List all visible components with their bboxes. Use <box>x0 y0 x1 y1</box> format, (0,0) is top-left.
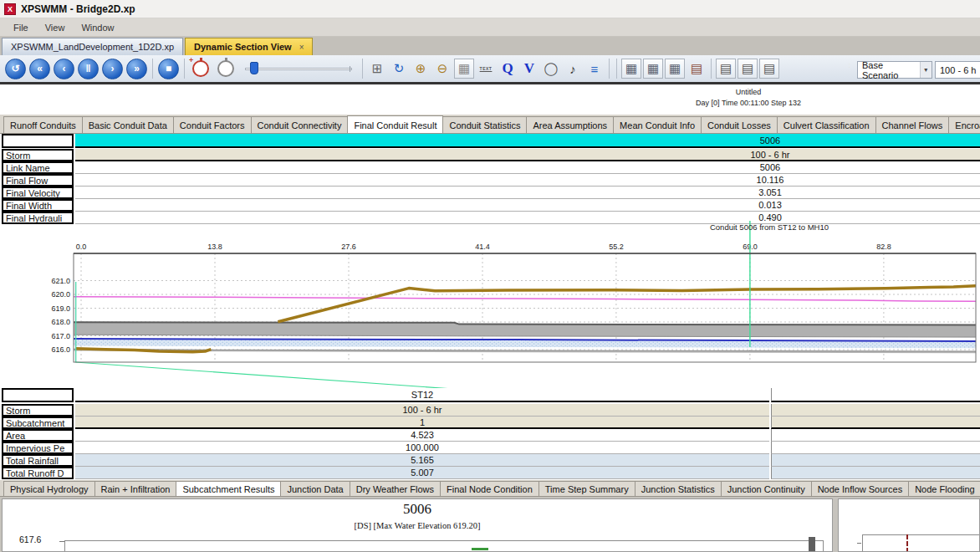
row-value[interactable]: 5006 <box>75 161 980 174</box>
grid-view-icon[interactable]: ▦ <box>454 59 474 79</box>
close-icon[interactable] <box>299 43 304 52</box>
tab-conduit-connectivity[interactable]: Conduit Connectivity <box>251 116 349 133</box>
tab-channel-flows[interactable]: Channel Flows <box>875 116 950 133</box>
row-value[interactable]: 5006 <box>75 134 980 148</box>
tab-junction-statistics[interactable]: Junction Statistics <box>635 481 722 496</box>
tab-area-assumptions[interactable]: Area Assumptions <box>526 116 614 133</box>
row-label-storm[interactable]: Storm <box>2 404 74 417</box>
tab-node-inflow-sources[interactable]: Node Inflow Sources <box>811 481 910 496</box>
tab-encroachment-result[interactable]: Encroachment Result <box>948 116 980 133</box>
tab-node-flooding[interactable]: Node Flooding <box>908 481 980 496</box>
menu-window[interactable]: Window <box>73 21 122 34</box>
table-row: Total Rainfall5.165 <box>0 454 980 467</box>
tab-dry-weather-flows[interactable]: Dry Weather Flows <box>350 481 441 496</box>
row-value[interactable]: 5.007 <box>75 467 769 479</box>
row-label-impervious-pe[interactable]: Impervious Pe <box>2 442 74 454</box>
legend-list-icon[interactable]: ≡ <box>584 59 605 79</box>
tab-runoff-conduits[interactable]: Runoff Conduits <box>3 116 83 133</box>
row-value[interactable]: 5.165 <box>75 454 769 467</box>
zoom-out-icon[interactable]: ⊖ <box>432 59 452 79</box>
tab-final-conduit-result[interactable]: Final Conduit Result <box>347 115 443 133</box>
toolbar-grip[interactable]: ⋮⋮⋮ <box>846 62 850 79</box>
pause-button[interactable]: ‖ <box>78 59 99 79</box>
tab-conduit-factors[interactable]: Conduit Factors <box>173 116 252 133</box>
row-value[interactable] <box>771 467 980 479</box>
time-slider[interactable] <box>245 61 352 76</box>
q-results-icon[interactable]: Q <box>498 59 518 79</box>
row-label-final-hydrauli[interactable]: Final Hydrauli <box>2 212 74 224</box>
v-results-icon[interactable]: V <box>519 59 539 79</box>
select-ellipse-icon[interactable]: ◯ <box>541 59 561 79</box>
tab-basic-conduit-data[interactable]: Basic Conduit Data <box>82 116 174 133</box>
storm-select[interactable]: 100 - 6 h <box>935 61 980 79</box>
zoom-in-icon[interactable]: ⊕ <box>411 59 431 79</box>
tab-junction-data[interactable]: Junction Data <box>280 481 350 496</box>
row-value[interactable] <box>771 388 980 402</box>
row-value[interactable]: 10.116 <box>75 174 980 187</box>
row-value[interactable] <box>771 429 980 442</box>
section-view-2-icon[interactable]: ▤ <box>738 59 758 79</box>
row-label-final-velocity[interactable]: Final Velocity <box>2 187 74 199</box>
row-label-blank[interactable] <box>2 388 74 402</box>
add-time-marker-icon[interactable] <box>192 60 209 77</box>
fit-view-icon[interactable]: ⊞ <box>367 59 387 79</box>
row-label-subcatchment[interactable]: Subcatchment <box>2 417 74 429</box>
section-view-3-icon[interactable]: ▤ <box>759 59 779 79</box>
row-value[interactable]: 0.013 <box>75 199 980 212</box>
row-value[interactable]: 100 - 6 hr <box>75 404 769 417</box>
row-label-final-width[interactable]: Final Width <box>2 199 74 212</box>
tab-conduit-statistics[interactable]: Conduit Statistics <box>442 116 527 133</box>
row-label-blank[interactable] <box>2 134 74 148</box>
doc-tab-dynamic-section-view[interactable]: Dynamic Section View <box>185 38 313 55</box>
tab-culvert-classification[interactable]: Culvert Classification <box>777 116 876 133</box>
time-marker-icon[interactable] <box>217 60 234 77</box>
link-results-table-icon[interactable]: ▦ <box>665 59 685 79</box>
restart-button[interactable]: ↺ <box>5 59 26 79</box>
row-label-storm[interactable]: Storm <box>2 149 74 161</box>
tab-rain-infiltration[interactable]: Rain + Infiltration <box>94 481 177 496</box>
fast-backward-button[interactable]: « <box>29 59 50 79</box>
row-label-final-flow[interactable]: Final Flow <box>2 174 74 187</box>
node-results-table-icon[interactable]: ▦ <box>643 59 663 79</box>
row-value[interactable] <box>771 404 980 417</box>
fast-forward-button[interactable]: » <box>126 59 147 79</box>
row-label-total-rainfall[interactable]: Total Rainfall <box>2 454 74 467</box>
svg-text:618.0: 618.0 <box>51 318 70 326</box>
tab-mean-conduit-info[interactable]: Mean Conduit Info <box>613 116 702 133</box>
text-labels-icon[interactable]: TEXT <box>476 59 496 79</box>
doc-tab-xpswmm-landdevelopment-1d2d-xp[interactable]: XPSWMM_LandDevelopment_1D2D.xp <box>2 38 183 55</box>
report-icon[interactable]: ▤ <box>687 59 707 79</box>
tab-final-node-condition[interactable]: Final Node Condition <box>440 481 539 496</box>
row-value[interactable]: 100 - 6 hr <box>75 149 980 161</box>
scrollbar-thumb[interactable] <box>809 537 815 551</box>
tab-conduit-losses[interactable]: Conduit Losses <box>701 116 778 133</box>
row-value[interactable]: 3.051 <box>75 187 980 199</box>
chevron-down-icon[interactable] <box>920 62 932 78</box>
time-slider-thumb[interactable] <box>250 62 258 74</box>
row-value[interactable]: ST12 <box>75 388 769 402</box>
row-value[interactable]: 4.523 <box>75 429 769 442</box>
step-backward-button[interactable]: ‹ <box>54 59 74 79</box>
row-value[interactable] <box>771 442 980 454</box>
row-value[interactable]: 100.000 <box>75 442 769 454</box>
tab-time-step-summary[interactable]: Time Step Summary <box>538 481 635 496</box>
tab-junction-continuity[interactable]: Junction Continuity <box>721 481 812 496</box>
row-label-link-name[interactable]: Link Name <box>2 161 74 174</box>
section-profile-chart[interactable]: 0.013.827.641.455.269.082.8621.0620.0619… <box>0 217 980 397</box>
row-value[interactable] <box>771 417 980 429</box>
menu-view[interactable]: View <box>37 21 74 34</box>
tab-physical-hydrology[interactable]: Physical Hydrology <box>3 481 95 496</box>
results-table-icon[interactable]: ▦ <box>621 59 641 79</box>
scenario-select[interactable]: Base Scenario <box>857 61 932 79</box>
row-value[interactable]: 1 <box>75 417 769 429</box>
step-forward-button[interactable]: › <box>102 59 123 79</box>
row-value[interactable] <box>771 454 980 467</box>
tab-subcatchment-results[interactable]: Subcatchment Results <box>176 481 281 496</box>
sound-icon[interactable]: ♪ <box>563 59 583 79</box>
refresh-icon[interactable]: ↻ <box>389 59 409 79</box>
section-view-1-icon[interactable]: ▤ <box>716 59 736 79</box>
row-label-area[interactable]: Area <box>2 429 74 442</box>
stop-button[interactable]: ■ <box>158 59 179 79</box>
row-label-total-runoff-d[interactable]: Total Runoff D <box>2 467 74 479</box>
menu-file[interactable]: File <box>5 21 37 34</box>
